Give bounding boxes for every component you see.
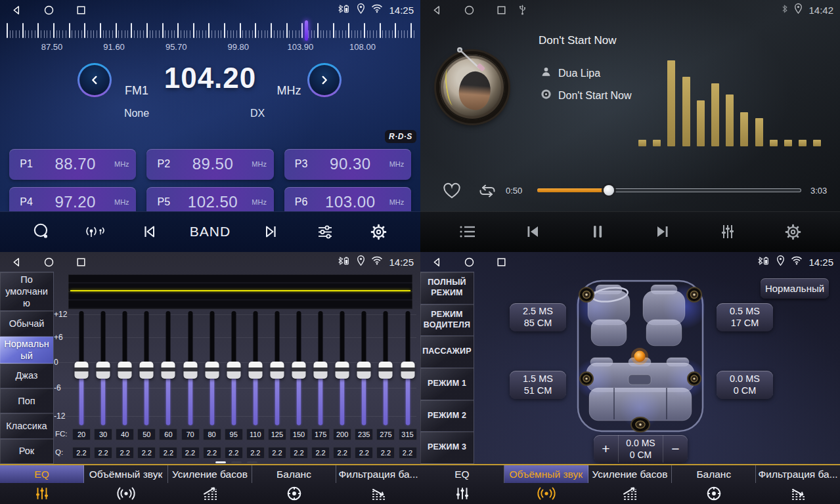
fc-value-box[interactable]: 200 [333, 429, 351, 440]
eq-band-slider[interactable] [378, 311, 393, 425]
back-icon[interactable] [430, 3, 444, 17]
q-value-box[interactable]: 2.2 [376, 447, 395, 459]
slider-thumb[interactable] [118, 362, 132, 379]
scan-icon[interactable] [28, 217, 55, 246]
page-dot[interactable] [247, 461, 257, 463]
fc-value-box[interactable]: 235 [355, 429, 373, 440]
recents-icon[interactable] [494, 255, 508, 269]
slider-thumb[interactable] [336, 362, 349, 379]
back-icon[interactable] [430, 255, 444, 269]
fc-value-box[interactable]: 275 [376, 429, 395, 440]
seek-bar[interactable] [537, 188, 801, 192]
recents-icon[interactable] [74, 3, 88, 17]
listening-mode-item[interactable]: РЕЖИМ 1 [420, 368, 474, 400]
recents-icon[interactable] [74, 255, 88, 269]
q-value-box[interactable]: 2.2 [159, 447, 177, 459]
listening-mode-item[interactable]: ПАССАЖИР [420, 336, 474, 368]
fc-value-box[interactable]: 150 [290, 429, 308, 440]
eq-sliders-icon[interactable] [312, 217, 338, 246]
repeat-icon[interactable] [475, 181, 499, 201]
q-value-box[interactable]: 2.2 [246, 447, 265, 459]
listening-mode-item[interactable]: РЕЖИМ 3 [420, 432, 474, 463]
eq-band-slider[interactable] [313, 311, 328, 425]
radio-preset-p1[interactable]: P188.70MHz [9, 149, 136, 180]
slider-thumb[interactable] [75, 362, 89, 379]
eq-preset-item[interactable]: Обычай [0, 311, 53, 336]
listening-mode-item[interactable]: ПОЛНЫЙ РЕЖИМ [420, 272, 474, 304]
q-value-box[interactable]: 2.2 [290, 447, 308, 459]
eq-preset-item[interactable]: Джаз [0, 364, 53, 388]
fc-value-box[interactable]: 95 [225, 429, 243, 440]
tab-bass-boost[interactable]: Усиление басов [588, 465, 673, 504]
tab-surround-sound[interactable]: Объёмный звук [84, 465, 168, 504]
eq-preset-item[interactable]: Рок [0, 439, 53, 463]
settings-gear-icon[interactable] [780, 217, 806, 246]
fc-value-box[interactable]: 315 [399, 429, 417, 440]
q-value-box[interactable]: 2.2 [268, 447, 286, 459]
q-value-box[interactable]: 2.2 [311, 447, 330, 459]
home-icon[interactable] [462, 3, 476, 17]
frequency-dial[interactable]: 87.5091.6095.7099.80103.90108.00 [0, 18, 420, 55]
back-icon[interactable] [9, 3, 24, 17]
eq-band-slider[interactable] [183, 311, 198, 425]
listening-mode-item[interactable]: РЕЖИМ ВОДИТЕЛЯ [420, 304, 474, 337]
listener-position-ball[interactable] [634, 351, 646, 362]
eq-band-slider[interactable] [204, 311, 220, 425]
q-value-box[interactable]: 2.2 [203, 447, 221, 459]
page-dot-active[interactable] [215, 461, 226, 463]
eq-band-slider[interactable] [226, 311, 242, 425]
pause-icon[interactable] [585, 217, 611, 246]
fc-value-box[interactable]: 110 [246, 429, 265, 440]
tab-balance[interactable]: Баланс [252, 465, 336, 504]
fc-value-box[interactable]: 80 [203, 429, 221, 440]
album-art[interactable] [436, 51, 508, 123]
eq-preset-item[interactable]: Поп [0, 388, 53, 413]
slider-thumb[interactable] [227, 362, 240, 379]
fc-value-box[interactable]: 125 [268, 429, 286, 440]
q-value-box[interactable]: 2.2 [181, 447, 200, 459]
eq-band-slider[interactable] [139, 311, 154, 425]
listening-mode-item[interactable]: РЕЖИМ 2 [420, 400, 474, 432]
q-value-box[interactable]: 2.2 [399, 447, 417, 459]
tab-surround-sound[interactable]: Объёмный звук [504, 465, 588, 504]
slider-thumb[interactable] [140, 362, 154, 379]
eq-preset-item[interactable]: Нормальный [0, 337, 53, 364]
tab-bass-boost[interactable]: Усиление басов [168, 465, 252, 504]
fc-value-box[interactable]: 40 [116, 429, 134, 440]
tab-eq[interactable]: EQ [420, 465, 504, 504]
eq-band-slider[interactable] [95, 311, 111, 425]
profile-button[interactable]: Нормальный [761, 278, 829, 299]
eq-band-slider[interactable] [334, 311, 350, 425]
playlist-icon[interactable] [454, 217, 481, 246]
fc-value-box[interactable]: 60 [159, 429, 177, 440]
slider-thumb[interactable] [205, 362, 219, 379]
home-icon[interactable] [462, 255, 476, 269]
q-value-box[interactable]: 2.2 [116, 447, 134, 459]
tune-down-button[interactable] [77, 63, 112, 97]
previous-station-icon[interactable] [136, 217, 162, 246]
slider-thumb[interactable] [270, 362, 284, 379]
q-value-box[interactable]: 2.2 [137, 447, 156, 459]
page-dot[interactable] [231, 461, 242, 463]
eq-band-slider[interactable] [356, 311, 372, 425]
q-value-box[interactable]: 2.2 [72, 447, 91, 459]
slider-thumb[interactable] [357, 362, 371, 379]
eq-preset-item[interactable]: Классика [0, 413, 53, 438]
radio-preset-p2[interactable]: P289.50MHz [146, 149, 273, 180]
q-value-box[interactable]: 2.2 [355, 447, 373, 459]
next-track-icon[interactable] [650, 217, 676, 246]
rear-right-delay-button[interactable]: 0.0 MS0 CM [717, 371, 773, 399]
front-left-delay-button[interactable]: 2.5 MS85 CM [510, 303, 566, 331]
decrease-delay-button[interactable]: − [663, 435, 688, 463]
fc-value-box[interactable]: 50 [137, 429, 156, 440]
slider-thumb[interactable] [97, 362, 110, 379]
front-right-delay-button[interactable]: 0.5 MS17 CM [717, 303, 773, 331]
rear-left-delay-button[interactable]: 1.5 MS51 CM [510, 371, 566, 399]
seek-thumb[interactable] [604, 185, 614, 196]
q-value-box[interactable]: 2.2 [333, 447, 351, 459]
q-value-box[interactable]: 2.2 [225, 447, 243, 459]
tab-balance[interactable]: Баланс [672, 465, 756, 504]
favorite-heart-icon[interactable] [441, 181, 462, 201]
fc-value-box[interactable]: 20 [72, 429, 91, 440]
back-icon[interactable] [9, 255, 24, 269]
